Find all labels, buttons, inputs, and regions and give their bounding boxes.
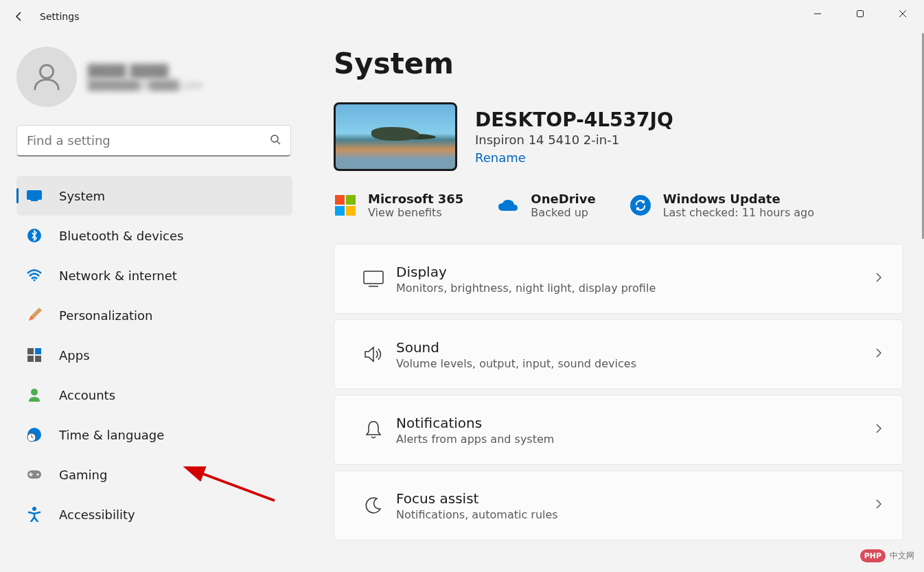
svg-rect-1: [857, 11, 864, 17]
nav-item-system[interactable]: System: [16, 176, 292, 216]
status-title: OneDrive: [531, 192, 595, 206]
card-notifications[interactable]: Notifications Alerts from apps and syste…: [334, 395, 903, 465]
gamepad-icon: [26, 466, 43, 483]
user-name: ████ ████: [88, 64, 203, 78]
nav-label: Gaming: [59, 468, 107, 482]
svg-point-2: [40, 65, 53, 78]
svg-rect-6: [31, 200, 38, 201]
watermark: PHP 中文网: [860, 549, 914, 562]
svg-line-4: [277, 141, 280, 144]
svg-point-3: [271, 135, 278, 142]
watermark-text: 中文网: [890, 550, 914, 562]
card-desc: Alerts from apps and system: [396, 433, 875, 446]
status-sub: View benefits: [368, 206, 463, 219]
status-windows-update[interactable]: Windows Update Last checked: 11 hours ag…: [629, 192, 814, 219]
title-bar: Settings: [0, 0, 924, 33]
status-title: Windows Update: [663, 192, 814, 206]
watermark-logo: PHP: [860, 549, 886, 562]
card-desc: Monitors, brightness, night light, displ…: [396, 282, 875, 295]
status-sub: Last checked: 11 hours ago: [663, 206, 814, 219]
onedrive-icon: [496, 194, 520, 217]
desktop-wallpaper-preview[interactable]: [334, 102, 457, 171]
system-icon: [26, 187, 43, 204]
user-icon: [31, 61, 62, 93]
status-microsoft365[interactable]: Microsoft 365 View benefits: [334, 192, 463, 219]
page-title: System: [334, 47, 903, 80]
card-desc: Notifications, automatic rules: [396, 508, 875, 521]
nav-list: System Bluetooth & devices Network & int…: [16, 176, 292, 534]
card-title: Display: [396, 264, 875, 280]
card-title: Sound: [396, 339, 875, 356]
paintbrush-icon: [26, 307, 43, 323]
svg-rect-10: [35, 348, 41, 354]
svg-point-13: [31, 389, 38, 396]
nav-item-gaming[interactable]: Gaming: [16, 455, 292, 494]
card-display[interactable]: Display Monitors, brightness, night ligh…: [334, 244, 903, 314]
wifi-icon: [26, 267, 43, 284]
nav-label: Apps: [59, 348, 90, 363]
nav-item-accessibility[interactable]: Accessibility: [16, 494, 292, 534]
nav-item-personalization[interactable]: Personalization: [16, 295, 292, 335]
card-desc: Volume levels, output, input, sound devi…: [396, 357, 875, 370]
arrow-left-icon: [14, 11, 25, 22]
svg-rect-23: [364, 271, 383, 284]
chevron-right-icon: [875, 423, 882, 437]
rename-link[interactable]: Rename: [475, 150, 673, 165]
svg-point-22: [32, 507, 36, 511]
nav-label: Time & language: [59, 428, 164, 442]
moon-icon: [351, 496, 396, 514]
bell-icon: [351, 420, 396, 439]
chevron-right-icon: [875, 347, 882, 361]
card-title: Notifications: [396, 415, 875, 431]
card-sound[interactable]: Sound Volume levels, output, input, soun…: [334, 319, 903, 389]
bluetooth-icon: [26, 227, 43, 244]
device-model: Inspiron 14 5410 2-in-1: [475, 133, 673, 147]
accessibility-icon: [26, 506, 43, 523]
maximize-button[interactable]: [839, 0, 881, 27]
sound-icon: [351, 345, 396, 363]
card-focus-assist[interactable]: Focus assist Notifications, automatic ru…: [334, 470, 903, 540]
device-name: DESKTOP-4L537JQ: [475, 108, 673, 131]
close-icon: [899, 10, 907, 18]
user-account-section[interactable]: ████ ████ ███████@████.com: [16, 47, 299, 107]
minimize-icon: [813, 10, 822, 18]
nav-label: Accessibility: [59, 507, 135, 522]
account-icon: [26, 387, 43, 403]
user-email: ███████@████.com: [88, 80, 203, 91]
nav-label: Bluetooth & devices: [59, 229, 183, 243]
search-icon: [270, 134, 281, 148]
svg-point-19: [37, 474, 39, 476]
avatar: [16, 47, 77, 107]
nav-label: System: [59, 189, 105, 203]
device-header: DESKTOP-4L537JQ Inspiron 14 5410 2-in-1 …: [334, 102, 903, 171]
minimize-button[interactable]: [796, 0, 839, 27]
update-icon: [629, 194, 652, 217]
svg-rect-11: [27, 356, 34, 362]
nav-item-bluetooth[interactable]: Bluetooth & devices: [16, 216, 292, 255]
window-controls: [796, 0, 924, 27]
microsoft-logo-icon: [334, 194, 357, 217]
display-icon: [351, 271, 396, 287]
search-box[interactable]: [16, 125, 291, 157]
status-onedrive[interactable]: OneDrive Backed up: [496, 192, 595, 219]
chevron-right-icon: [875, 272, 882, 286]
nav-label: Personalization: [59, 308, 152, 323]
status-row: Microsoft 365 View benefits OneDrive Bac…: [334, 192, 903, 219]
close-button[interactable]: [881, 0, 924, 27]
nav-item-network[interactable]: Network & internet: [16, 255, 292, 295]
scrollbar[interactable]: [921, 33, 924, 572]
nav-label: Accounts: [59, 388, 115, 402]
status-sub: Backed up: [531, 206, 595, 219]
card-title: Focus assist: [396, 490, 875, 507]
nav-item-apps[interactable]: Apps: [16, 335, 292, 375]
nav-item-time-language[interactable]: Time & language: [16, 415, 292, 455]
svg-rect-9: [27, 348, 34, 354]
nav-item-accounts[interactable]: Accounts: [16, 375, 292, 415]
nav-label: Network & internet: [59, 268, 177, 283]
svg-point-8: [34, 279, 36, 282]
back-button[interactable]: [5, 3, 33, 30]
status-title: Microsoft 365: [368, 192, 463, 206]
svg-rect-12: [35, 356, 41, 362]
search-input[interactable]: [27, 133, 270, 148]
apps-icon: [26, 347, 43, 363]
